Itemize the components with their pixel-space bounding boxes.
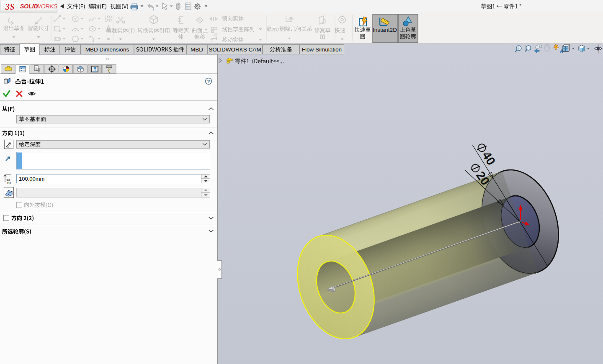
svg-text:3: 3 [5, 2, 10, 11]
svg-text:D1: D1 [7, 181, 11, 185]
svg-text:Flow Simulation: Flow Simulation [302, 46, 342, 53]
svg-text:Instant2D: Instant2D [373, 27, 397, 33]
svg-text:S: S [10, 2, 15, 11]
svg-text:SOLIDWORKS CAM: SOLIDWORKS CAM [209, 46, 261, 53]
svg-text:MBD Dimensions: MBD Dimensions [85, 46, 129, 53]
svg-text:100.00mm: 100.00mm [19, 176, 44, 182]
svg-text:?: ? [207, 79, 210, 84]
svg-text:WORKS: WORKS [36, 3, 58, 10]
svg-text:MBD: MBD [191, 46, 203, 53]
